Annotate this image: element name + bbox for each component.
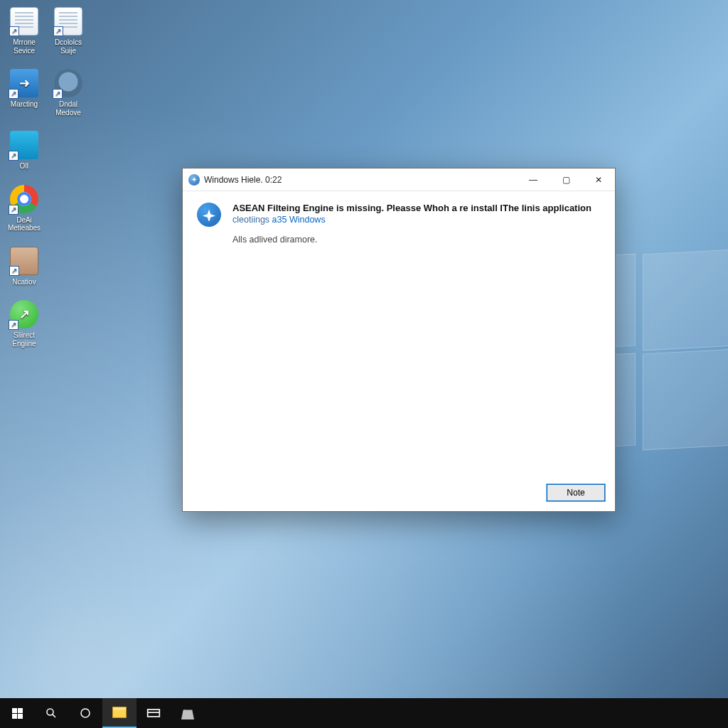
dialog-footer: Note [183, 477, 615, 511]
store-button[interactable] [171, 698, 205, 728]
search-icon [45, 707, 58, 719]
task-view-button[interactable] [136, 698, 171, 728]
file-explorer-icon [112, 707, 127, 718]
svg-line-1 [53, 714, 55, 717]
face-icon: ↗ [10, 247, 38, 275]
desktop-icon[interactable]: ↗Ncatiov [4, 247, 44, 287]
desktop-icon[interactable]: ↗Dndal Medove [48, 69, 88, 117]
desktop-icon-label: Mrrone Sevice [4, 38, 44, 55]
shortcut-arrow-icon: ↗ [53, 26, 63, 36]
task-view-icon [146, 707, 161, 719]
minimize-button[interactable]: — [517, 168, 550, 191]
desktop-icon[interactable]: ↗OlI [4, 131, 44, 171]
shortcut-arrow-icon: ↗ [9, 151, 18, 161]
store-icon [181, 707, 194, 719]
blue-icon: ↗ [10, 69, 38, 97]
svg-point-2 [81, 709, 90, 717]
error-dialog: ✦ Windows Hiele. 0:22 — ▢ ✕ ASEAN Filtei… [182, 168, 616, 512]
desktop-icon[interactable]: ↗Marcting [4, 69, 44, 117]
shortcut-arrow-icon: ↗ [9, 89, 18, 99]
dialog-detail: Alls adlived diramore. [232, 235, 601, 245]
cortana-button[interactable] [68, 698, 102, 728]
windows-logo-icon [12, 708, 23, 719]
file-explorer-button[interactable] [102, 698, 136, 728]
desktop-icon-label: Marcting [4, 100, 44, 109]
desktop-icon-label: DeAi Metieabes [4, 216, 44, 232]
desktop-icon-label: Sliirect Engiine [4, 331, 44, 348]
taskbar [0, 698, 728, 728]
dialog-subline: cleotiings a35 Windows [232, 215, 601, 225]
box-icon: ↗ [10, 131, 38, 159]
shortcut-arrow-icon: ↗ [9, 266, 19, 276]
dialog-titlebar[interactable]: ✦ Windows Hiele. 0:22 — ▢ ✕ [183, 168, 615, 191]
desktop-icon[interactable]: ↗Sliirect Engiine [4, 300, 44, 348]
dialog-body: ASEAN Filteing Engine is missing. Pleass… [183, 191, 615, 477]
desktop-icon[interactable]: ↗DeAi Metieabes [4, 185, 44, 232]
dialog-headline: ASEAN Filteing Engine is missing. Pleass… [232, 203, 601, 213]
maximize-button[interactable]: ▢ [550, 168, 582, 191]
desktop[interactable]: ↗Mrrone Sevice↗Dcololcs Suije↗Marcting↗D… [0, 0, 728, 728]
shortcut-arrow-icon: ↗ [9, 320, 18, 330]
close-button[interactable]: ✕ [582, 168, 615, 191]
dialog-title: Windows Hiele. 0:22 [204, 175, 282, 185]
desktop-icon[interactable]: ↗Dcololcs Suije [48, 7, 88, 55]
page-icon: ↗ [54, 7, 82, 36]
page-icon: ↗ [10, 7, 38, 36]
desktop-icon[interactable]: ↗Mrrone Sevice [4, 7, 44, 55]
start-button[interactable] [0, 698, 34, 728]
compass-icon [197, 203, 221, 227]
window-buttons: — ▢ ✕ [517, 168, 615, 191]
shortcut-arrow-icon: ↗ [9, 205, 18, 215]
svg-point-0 [47, 709, 53, 715]
cortana-icon [79, 707, 92, 719]
chrome-icon: ↗ [10, 185, 38, 213]
desktop-icon-label: Dndal Medove [48, 100, 88, 117]
app-icon: ✦ [188, 174, 200, 186]
disc-icon: ↗ [54, 69, 82, 97]
shortcut-arrow-icon: ↗ [9, 26, 19, 36]
note-button[interactable]: Note [547, 484, 605, 501]
dialog-subline-link[interactable]: a35 Windows [272, 215, 326, 225]
desktop-icon-label: Dcololcs Suije [48, 38, 88, 55]
search-button[interactable] [34, 698, 68, 728]
desktop-icon-grid: ↗Mrrone Sevice↗Dcololcs Suije↗Marcting↗D… [0, 3, 92, 352]
desktop-icon-label: Ncatiov [4, 278, 44, 287]
green-icon: ↗ [10, 300, 38, 328]
shortcut-arrow-icon: ↗ [53, 89, 63, 99]
dialog-text: ASEAN Filteing Engine is missing. Pleass… [232, 203, 601, 469]
desktop-icon-label: OlI [4, 162, 44, 171]
